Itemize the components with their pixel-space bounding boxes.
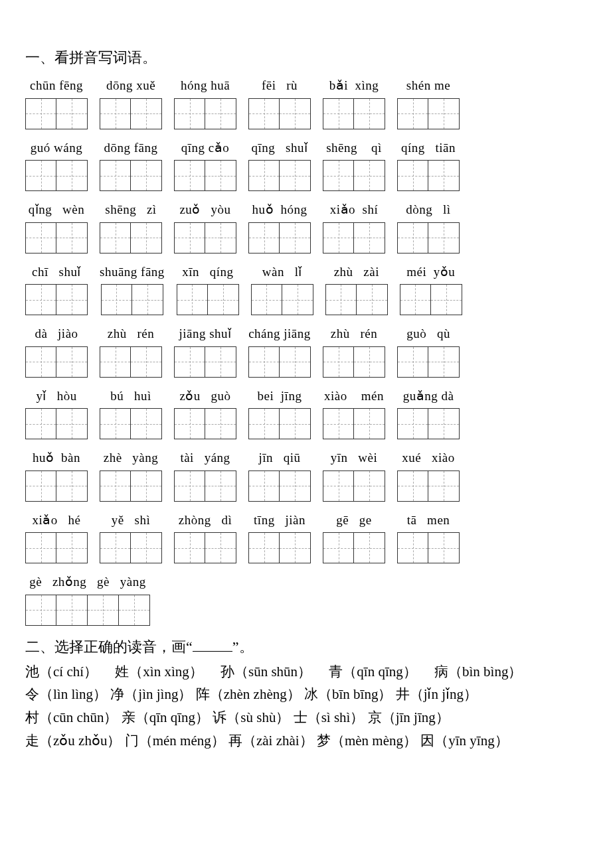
tian-zi-ge[interactable] bbox=[431, 284, 462, 315]
tian-zi-ge[interactable] bbox=[131, 160, 162, 191]
tian-zi-ge[interactable] bbox=[56, 222, 88, 253]
tian-zi-ge[interactable] bbox=[25, 470, 56, 502]
tian-zi-ge[interactable] bbox=[205, 98, 236, 129]
tian-zi-ge[interactable] bbox=[56, 160, 88, 191]
tian-zi-ge[interactable] bbox=[323, 222, 354, 253]
tian-zi-ge[interactable] bbox=[280, 408, 311, 439]
tian-zi-ge[interactable] bbox=[323, 346, 354, 378]
tian-zi-ge[interactable] bbox=[354, 222, 385, 253]
tian-zi-ge[interactable] bbox=[354, 470, 385, 502]
tian-zi-ge[interactable] bbox=[100, 160, 131, 191]
tian-zi-ge[interactable] bbox=[205, 346, 236, 378]
tian-zi-ge[interactable] bbox=[251, 284, 282, 315]
tian-zi-ge[interactable] bbox=[354, 346, 385, 378]
tian-zi-ge[interactable] bbox=[88, 595, 119, 626]
tian-zi-ge[interactable] bbox=[354, 160, 385, 191]
tian-zi-ge[interactable] bbox=[397, 222, 428, 253]
tian-zi-ge[interactable] bbox=[131, 532, 162, 563]
tian-zi-ge[interactable] bbox=[208, 284, 239, 315]
tian-zi-ge[interactable] bbox=[132, 284, 163, 315]
tian-zi-ge[interactable] bbox=[25, 532, 56, 563]
tian-zi-ge[interactable] bbox=[357, 284, 388, 315]
tian-zi-ge[interactable] bbox=[428, 470, 460, 502]
tian-zi-ge[interactable] bbox=[56, 470, 88, 502]
tian-zi-ge[interactable] bbox=[248, 98, 280, 129]
tian-zi-ge[interactable] bbox=[205, 532, 236, 563]
tian-zi-ge[interactable] bbox=[131, 470, 162, 502]
tian-zi-ge[interactable] bbox=[282, 284, 313, 315]
tian-zi-ge[interactable] bbox=[25, 222, 56, 253]
tian-zi-ge[interactable] bbox=[56, 532, 88, 563]
tian-zi-ge[interactable] bbox=[131, 98, 162, 129]
tian-zi-ge[interactable] bbox=[100, 532, 131, 563]
tian-zi-ge[interactable] bbox=[428, 160, 460, 191]
tian-zi-ge[interactable] bbox=[100, 346, 131, 378]
tian-zi-ge[interactable] bbox=[205, 408, 236, 439]
tian-zi-ge[interactable] bbox=[131, 222, 162, 253]
tian-zi-ge[interactable] bbox=[323, 408, 354, 439]
tian-zi-ge[interactable] bbox=[174, 98, 205, 129]
tian-zi-ge[interactable] bbox=[174, 532, 205, 563]
tian-zi-ge[interactable] bbox=[25, 160, 56, 191]
tian-zi-ge[interactable] bbox=[248, 222, 280, 253]
tian-zi-ge[interactable] bbox=[280, 222, 311, 253]
tian-zi-ge[interactable] bbox=[397, 408, 428, 439]
tian-zi-ge[interactable] bbox=[428, 408, 460, 439]
tian-zi-ge[interactable] bbox=[248, 532, 280, 563]
tian-zi-ge[interactable] bbox=[428, 98, 460, 129]
tian-zi-ge[interactable] bbox=[400, 284, 431, 315]
tian-zi-ge[interactable] bbox=[280, 98, 311, 129]
tian-zi-ge[interactable] bbox=[205, 470, 236, 502]
tian-zi-ge[interactable] bbox=[205, 222, 236, 253]
tian-zi-ge[interactable] bbox=[56, 98, 88, 129]
tian-zi-ge[interactable] bbox=[25, 98, 56, 129]
tian-zi-ge[interactable] bbox=[131, 408, 162, 439]
tian-zi-ge[interactable] bbox=[56, 346, 88, 378]
tian-zi-ge[interactable] bbox=[397, 160, 428, 191]
tian-zi-ge[interactable] bbox=[397, 532, 428, 563]
tian-zi-ge[interactable] bbox=[101, 284, 132, 315]
tian-zi-ge[interactable] bbox=[174, 470, 205, 502]
tian-zi-ge[interactable] bbox=[397, 470, 428, 502]
tian-zi-ge[interactable] bbox=[100, 470, 131, 502]
tian-zi-ge[interactable] bbox=[248, 470, 280, 502]
tian-zi-ge[interactable] bbox=[323, 160, 354, 191]
tian-zi-ge[interactable] bbox=[428, 346, 460, 378]
tian-zi-ge[interactable] bbox=[131, 346, 162, 378]
tian-zi-ge[interactable] bbox=[100, 408, 131, 439]
tian-zi-ge[interactable] bbox=[177, 284, 208, 315]
tian-zi-ge[interactable] bbox=[100, 222, 131, 253]
tian-zi-ge[interactable] bbox=[174, 222, 205, 253]
tian-zi-ge[interactable] bbox=[428, 532, 460, 563]
tian-zi-ge[interactable] bbox=[397, 346, 428, 378]
tian-zi-ge[interactable] bbox=[248, 160, 280, 191]
tian-zi-ge[interactable] bbox=[174, 160, 205, 191]
tian-zi-ge[interactable] bbox=[280, 346, 311, 378]
tian-zi-ge[interactable] bbox=[119, 595, 150, 626]
tian-zi-ge[interactable] bbox=[205, 160, 236, 191]
tian-zi-ge[interactable] bbox=[280, 470, 311, 502]
tian-zi-ge[interactable] bbox=[174, 346, 205, 378]
tian-zi-ge[interactable] bbox=[25, 284, 56, 315]
tian-zi-ge[interactable] bbox=[325, 284, 357, 315]
tian-zi-ge[interactable] bbox=[280, 160, 311, 191]
tian-zi-ge[interactable] bbox=[174, 408, 205, 439]
tian-zi-ge[interactable] bbox=[323, 470, 354, 502]
tian-zi-ge[interactable] bbox=[354, 532, 385, 563]
tian-zi-ge[interactable] bbox=[56, 284, 88, 315]
tian-zi-ge[interactable] bbox=[428, 222, 460, 253]
tian-zi-ge[interactable] bbox=[25, 346, 56, 378]
tian-zi-ge[interactable] bbox=[354, 408, 385, 439]
tian-zi-ge[interactable] bbox=[25, 595, 56, 626]
tian-zi-ge[interactable] bbox=[56, 408, 88, 439]
tian-zi-ge[interactable] bbox=[248, 346, 280, 378]
tian-zi-ge[interactable] bbox=[397, 98, 428, 129]
tian-zi-ge[interactable] bbox=[323, 98, 354, 129]
tian-zi-ge[interactable] bbox=[280, 532, 311, 563]
tian-zi-ge[interactable] bbox=[354, 98, 385, 129]
tian-zi-ge[interactable] bbox=[56, 595, 88, 626]
tian-zi-ge[interactable] bbox=[323, 532, 354, 563]
tian-zi-ge[interactable] bbox=[100, 98, 131, 129]
tian-zi-ge[interactable] bbox=[25, 408, 56, 439]
tian-zi-ge[interactable] bbox=[248, 408, 280, 439]
